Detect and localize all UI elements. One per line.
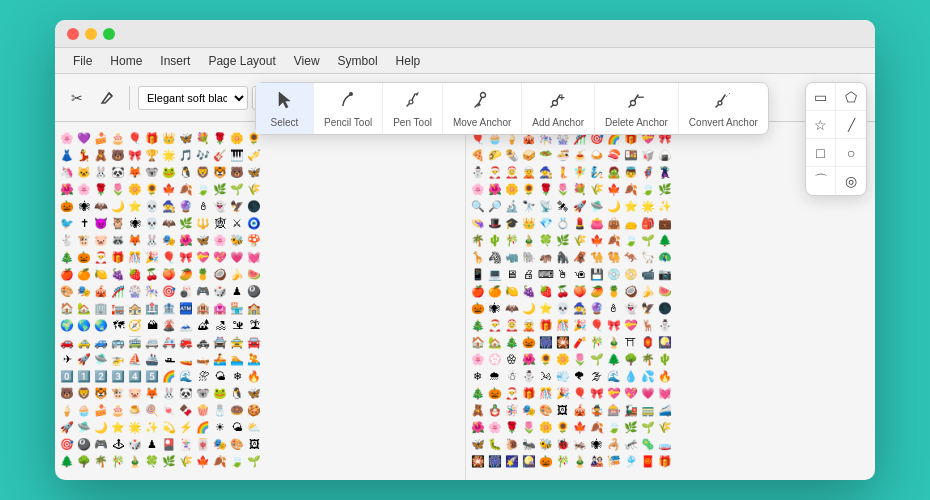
- emoji-cell[interactable]: 🌿: [657, 181, 673, 197]
- emoji-cell[interactable]: ⛈: [195, 368, 211, 384]
- emoji-cell[interactable]: 🦋: [195, 232, 211, 248]
- emoji-cell[interactable]: 🌺: [487, 181, 503, 197]
- emoji-cell[interactable]: 🐻: [59, 385, 75, 401]
- emoji-cell[interactable]: 🚎: [127, 334, 143, 350]
- emoji-cell[interactable]: 🀄: [195, 436, 211, 452]
- emoji-cell[interactable]: 🛥: [161, 351, 177, 367]
- emoji-cell[interactable]: 🎋: [589, 334, 605, 350]
- emoji-cell[interactable]: 🏪: [229, 300, 245, 316]
- emoji-cell[interactable]: 🚖: [229, 334, 245, 350]
- emoji-cell[interactable]: 🎍: [521, 232, 537, 248]
- emoji-cell[interactable]: 🎃: [521, 334, 537, 350]
- emoji-cell[interactable]: 💀: [144, 215, 160, 231]
- emoji-cell[interactable]: 🌿: [178, 215, 194, 231]
- emoji-cell[interactable]: 💀: [555, 300, 571, 316]
- emoji-cell[interactable]: 🦇: [93, 198, 109, 214]
- emoji-cell[interactable]: 🎄: [470, 385, 486, 401]
- emoji-cell[interactable]: 🍁: [589, 232, 605, 248]
- emoji-cell[interactable]: 🐛: [487, 436, 503, 452]
- emoji-cell[interactable]: 🎑: [657, 334, 673, 350]
- emoji-cell[interactable]: 💻: [487, 266, 503, 282]
- emoji-cell[interactable]: 🌙: [110, 198, 126, 214]
- pen-tool[interactable]: Pen Tool: [383, 83, 443, 134]
- emoji-cell[interactable]: 🎭: [161, 232, 177, 248]
- emoji-cell[interactable]: 🌼: [127, 181, 143, 197]
- emoji-cell[interactable]: 🐼: [110, 164, 126, 180]
- emoji-cell[interactable]: 🍊: [76, 266, 92, 282]
- emoji-cell[interactable]: ♟: [144, 436, 160, 452]
- emoji-cell[interactable]: 🧸: [93, 147, 109, 163]
- emoji-cell[interactable]: 🍃: [623, 232, 639, 248]
- emoji-cell[interactable]: 🤹: [589, 402, 605, 418]
- emoji-cell[interactable]: ✨: [657, 198, 673, 214]
- emoji-cell[interactable]: 🌠: [504, 453, 520, 469]
- emoji-cell[interactable]: 🐮: [76, 232, 92, 248]
- emoji-cell[interactable]: 🎁: [110, 249, 126, 265]
- line-tool[interactable]: ╱: [836, 111, 866, 139]
- emoji-cell[interactable]: 🌟: [127, 419, 143, 435]
- emoji-cell[interactable]: 🐝: [229, 232, 245, 248]
- emoji-cell[interactable]: 🔥: [246, 368, 262, 384]
- emoji-cell[interactable]: 🚑: [161, 334, 177, 350]
- emoji-cell[interactable]: 🦅: [229, 198, 245, 214]
- emoji-cell[interactable]: 🍃: [229, 453, 245, 469]
- emoji-cell[interactable]: 🐯: [93, 385, 109, 401]
- emoji-cell[interactable]: 🐨: [144, 164, 160, 180]
- emoji-cell[interactable]: 🧜: [555, 164, 571, 180]
- emoji-cell[interactable]: 🖼: [246, 436, 262, 452]
- emoji-cell[interactable]: 🍦: [59, 402, 75, 418]
- emoji-cell[interactable]: 🎀: [589, 385, 605, 401]
- emoji-cell[interactable]: 🦍: [555, 249, 571, 265]
- emoji-cell[interactable]: ❄: [470, 368, 486, 384]
- emoji-cell[interactable]: 🌺: [521, 351, 537, 367]
- emoji-cell[interactable]: 🚀: [572, 198, 588, 214]
- emoji-cell[interactable]: 👻: [212, 198, 228, 214]
- emoji-cell[interactable]: 🏢: [93, 300, 109, 316]
- emoji-cell[interactable]: 🎊: [538, 385, 554, 401]
- emoji-cell[interactable]: 🍇: [110, 266, 126, 282]
- emoji-cell[interactable]: 🍕: [470, 147, 486, 163]
- emoji-cell[interactable]: 🌯: [504, 147, 520, 163]
- font-select[interactable]: Elegant soft black: [138, 86, 248, 110]
- emoji-cell[interactable]: 🌤: [212, 368, 228, 384]
- emoji-cell[interactable]: 🏮: [640, 334, 656, 350]
- emoji-cell[interactable]: 📹: [640, 266, 656, 282]
- emoji-cell[interactable]: 💗: [229, 249, 245, 265]
- emoji-cell[interactable]: 🐫: [606, 249, 622, 265]
- emoji-cell[interactable]: 🌸: [59, 130, 75, 146]
- emoji-cell[interactable]: 💖: [623, 385, 639, 401]
- emoji-cell[interactable]: 🎰: [606, 402, 622, 418]
- emoji-cell[interactable]: ⌨: [538, 266, 554, 282]
- emoji-cell[interactable]: 🖨: [521, 266, 537, 282]
- emoji-cell[interactable]: 🌷: [555, 181, 571, 197]
- emoji-cell[interactable]: 💦: [640, 368, 656, 384]
- emoji-cell[interactable]: 👑: [161, 130, 177, 146]
- emoji-cell[interactable]: 📀: [623, 266, 639, 282]
- emoji-cell[interactable]: 🐝: [538, 436, 554, 452]
- emoji-cell[interactable]: 🧫: [657, 436, 673, 452]
- emoji-cell[interactable]: 💗: [640, 385, 656, 401]
- emoji-cell[interactable]: 💎: [538, 215, 554, 231]
- emoji-cell[interactable]: 🕹: [110, 436, 126, 452]
- emoji-cell[interactable]: 🌟: [640, 198, 656, 214]
- emoji-cell[interactable]: 🌬: [538, 368, 554, 384]
- emoji-cell[interactable]: 🕷: [76, 198, 92, 214]
- emoji-cell[interactable]: 👑: [521, 215, 537, 231]
- emoji-cell[interactable]: 🐯: [212, 164, 228, 180]
- emoji-cell[interactable]: 🍂: [623, 181, 639, 197]
- emoji-cell[interactable]: ❄: [229, 368, 245, 384]
- emoji-cell[interactable]: 🏖: [212, 317, 228, 333]
- emoji-cell[interactable]: 🧸: [470, 402, 486, 418]
- emoji-cell[interactable]: 🌱: [246, 453, 262, 469]
- emoji-cell[interactable]: 🌎: [76, 317, 92, 333]
- menu-home[interactable]: Home: [102, 51, 150, 71]
- emoji-cell[interactable]: 🐸: [161, 164, 177, 180]
- emoji-cell[interactable]: 🎇: [470, 453, 486, 469]
- emoji-cell[interactable]: 🎨: [538, 402, 554, 418]
- emoji-cell[interactable]: ⛩: [623, 334, 639, 350]
- emoji-cell[interactable]: 🎉: [555, 385, 571, 401]
- emoji-cell[interactable]: 🦏: [504, 249, 520, 265]
- emoji-cell[interactable]: 💓: [246, 249, 262, 265]
- emoji-cell[interactable]: 💜: [76, 130, 92, 146]
- emoji-cell[interactable]: 🎨: [229, 436, 245, 452]
